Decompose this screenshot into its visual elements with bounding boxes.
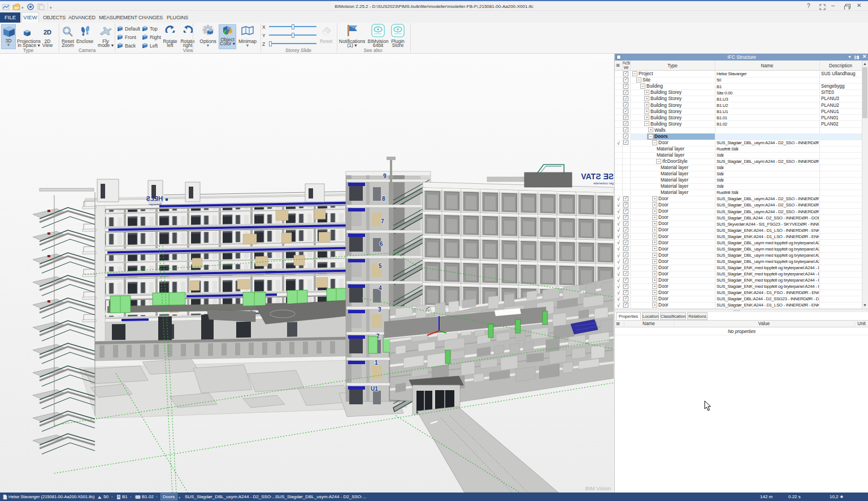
svg-text:6: 6 (380, 241, 383, 247)
svg-text:BIM Vision: BIM Vision (585, 485, 611, 491)
svg-text:4: 4 (379, 285, 382, 291)
svg-text:1: 1 (375, 360, 378, 366)
svg-text:9: 9 (383, 173, 387, 179)
svg-text:7: 7 (381, 218, 384, 224)
svg-text:Stavanger: Stavanger (149, 202, 162, 206)
svg-text:ger universite: ger universite (593, 182, 614, 185)
svg-text:8: 8 (382, 196, 385, 202)
svg-text:U1: U1 (371, 386, 378, 392)
svg-text:HELS: HELS (146, 195, 163, 202)
svg-text:SE STAV: SE STAV (581, 172, 614, 181)
svg-text:3: 3 (378, 306, 381, 313)
svg-text:5: 5 (379, 263, 382, 269)
